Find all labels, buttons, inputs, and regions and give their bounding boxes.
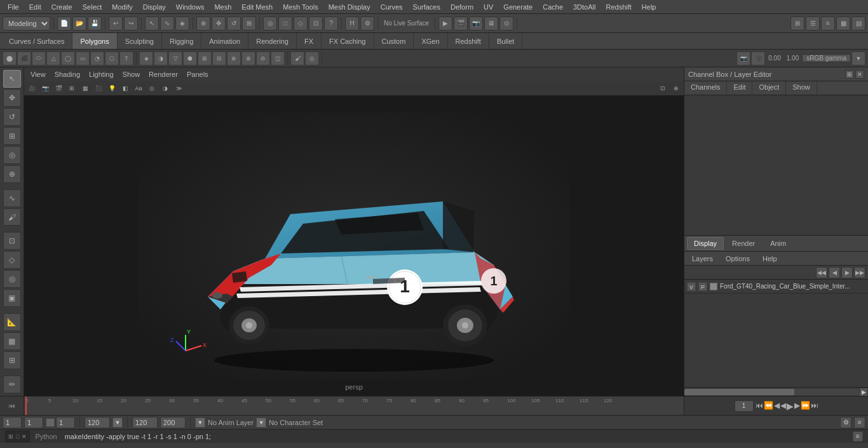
cb-channels-tab[interactable]: Channels [684,81,727,95]
frame-end-input[interactable] [85,417,110,428]
win-expand-btn[interactable]: ⊞ [8,433,13,440]
poly-retopo-icon[interactable]: ⊞ [198,51,212,65]
menu-generate[interactable]: Generate [498,2,538,12]
settings4-btn[interactable]: ▦ [836,17,850,31]
menu-uv[interactable]: UV [478,2,498,12]
vp-aa-icon[interactable]: Aa [132,83,145,94]
menu-curves[interactable]: Curves [376,2,408,12]
tab-curves-surfaces[interactable]: Curves / Surfaces [1,33,72,49]
cb-show-tab[interactable]: Show [786,81,817,95]
play-backward-btn[interactable]: ◀ [780,401,786,411]
snap-to-face-left[interactable]: ▣ [3,289,21,307]
layer-prev-btn[interactable]: ◀◀ [816,267,827,278]
tab-polygons[interactable]: Polygons [72,33,117,49]
scale-tool-left[interactable]: ⊞ [3,127,21,145]
paint-left[interactable]: 🖌 [3,208,21,226]
vp-view-menu[interactable]: View [27,70,50,79]
menu-display[interactable]: Display [138,2,171,12]
redo-btn[interactable]: ↪ [124,17,138,31]
vp-ssao-icon[interactable]: ◎ [146,83,158,94]
layer-p-btn[interactable]: P [698,282,707,291]
panel-close-btn[interactable]: ✕ [855,70,864,79]
menu-cache[interactable]: Cache [538,2,568,12]
playback-end-input[interactable] [160,417,186,428]
playback-start-input[interactable] [132,417,158,428]
next-key-btn[interactable]: ⏩ [801,401,810,411]
timeline-playhead[interactable] [25,397,27,415]
frame3-input[interactable] [56,417,75,428]
snap-to-pt-left[interactable]: ◎ [3,270,21,288]
panel-float-btn[interactable]: ⊞ [845,70,854,79]
layer-scroll-right-btn[interactable]: ▶ [859,388,868,396]
poly-boolean-icon[interactable]: ⊕ [227,51,241,65]
tab-bullet[interactable]: Bullet [489,33,523,49]
vp-shading-menu[interactable]: Shading [51,70,84,79]
menu-deform[interactable]: Deform [445,2,478,12]
layer-sub-help[interactable]: Help [757,254,782,264]
poly-fill-icon[interactable]: ◫ [271,51,285,65]
frame-end-icon[interactable]: ▼ [112,417,123,428]
vp-show-menu[interactable]: Show [119,70,144,79]
menu-mesh-tools[interactable]: Mesh Tools [278,2,323,12]
snap-to-curve-left[interactable]: ◇ [3,251,21,269]
layer-sub-layers[interactable]: Layers [687,254,718,264]
menu-mesh-display[interactable]: Mesh Display [323,2,376,12]
save-file-btn[interactable]: 💾 [88,17,102,31]
poly-torus-icon[interactable]: ◯ [61,51,75,65]
bottom-settings-btn[interactable]: ⚙ [840,417,851,428]
tab-custom[interactable]: Custom [374,33,414,49]
menu-surfaces[interactable]: Surfaces [408,2,445,12]
vp-renderer-menu[interactable]: Renderer [145,70,182,79]
tab-sculpting[interactable]: Sculpting [118,33,162,49]
vp-motion-icon[interactable]: ≫ [172,83,185,94]
menu-file[interactable]: File [3,2,24,12]
quick-sel-left[interactable]: ▦ [3,332,21,350]
component-left[interactable]: ⊞ [3,351,21,369]
char-set-arrow[interactable]: ▼ [256,417,266,428]
open-file-btn[interactable]: 📂 [72,17,86,31]
scale-btn[interactable]: ⊞ [242,17,256,31]
vp-light-icon[interactable]: 💡 [105,83,118,94]
render5-btn[interactable]: ⊙ [499,17,513,31]
transform-btn[interactable]: ⊕ [196,17,210,31]
tab-animation[interactable]: Animation [201,33,248,49]
poly-subdiv-icon[interactable]: ◈ [139,51,153,65]
vp-grid-icon[interactable]: ⊞ [65,83,78,94]
select-tool-left[interactable]: ↖ [3,70,21,88]
vp-wire-icon[interactable]: ▦ [79,83,92,94]
poly-sphere-icon[interactable]: ⬤ [3,51,17,65]
layer-scrollbar[interactable]: ▶ [684,387,868,396]
poly-cylinder-icon[interactable]: ⬭ [32,51,46,65]
measure-tool[interactable]: 📐 [3,313,21,331]
menu-create[interactable]: Create [46,2,78,12]
layer-v-btn[interactable]: V [687,282,696,291]
settings1-btn[interactable]: ⊞ [790,17,804,31]
timeline-ruler[interactable]: 0 5 10 15 20 25 30 35 40 45 50 55 60 65 … [24,397,684,415]
rotate-tool-left[interactable]: ↺ [3,108,21,126]
camera-icon[interactable]: 📷 [736,51,750,65]
win-close-btn[interactable]: ✕ [22,433,27,440]
vp-fit-icon[interactable]: ⊡ [656,83,669,94]
layer-tab-anim[interactable]: Anim [763,237,793,250]
rotate-btn[interactable]: ↺ [227,17,241,31]
menu-edit[interactable]: Edit [24,2,46,12]
tab-rigging[interactable]: Rigging [162,33,201,49]
lasso-select-btn[interactable]: ∿ [160,17,174,31]
select-tool-btn[interactable]: ↖ [145,17,159,31]
vp-shadow-icon[interactable]: ◧ [119,83,132,94]
layer-next-btn[interactable]: ▶ [841,267,853,278]
soft-select-left[interactable]: ◎ [3,146,21,164]
history-btn[interactable]: H [345,17,359,31]
snap1-btn[interactable]: ◎ [263,17,277,31]
poly-mirror-icon[interactable]: ⊟ [212,51,226,65]
menu-redshift[interactable]: Redshift [600,2,636,12]
new-file-btn[interactable]: 📄 [57,17,71,31]
menu-help[interactable]: Help [637,2,661,12]
tab-fx[interactable]: FX [297,33,322,49]
start-frame-input[interactable] [3,417,22,428]
tab-fx-caching[interactable]: FX Caching [322,33,374,49]
tab-xgen[interactable]: XGen [414,33,447,49]
poly-plane-icon[interactable]: ▭ [76,51,90,65]
paint-select-btn[interactable]: ◈ [175,17,189,31]
layer-tab-render[interactable]: Render [725,237,762,250]
